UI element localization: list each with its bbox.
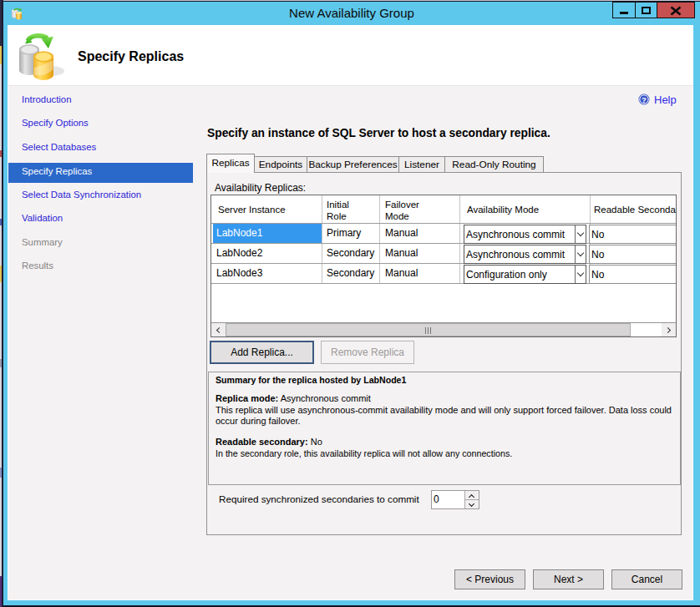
svg-text:?: ?	[642, 95, 647, 104]
